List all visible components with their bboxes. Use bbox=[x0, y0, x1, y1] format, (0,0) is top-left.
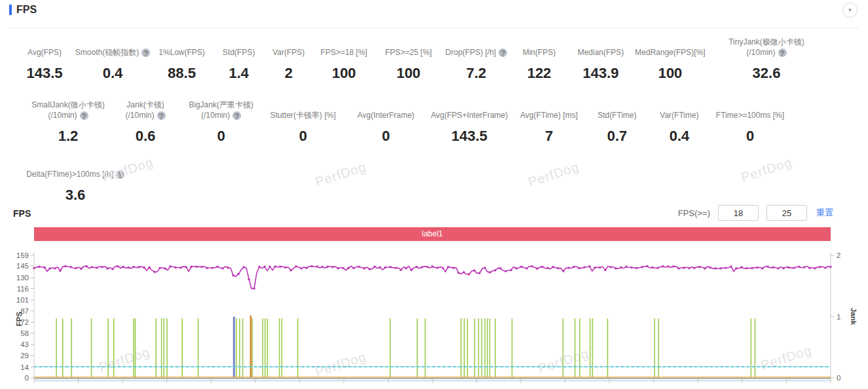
metric-value: 2 bbox=[284, 65, 292, 82]
section-header: FPS bbox=[9, 4, 37, 16]
metric-label: Avg(InterFrame) bbox=[357, 97, 414, 120]
metric-label: Avg(FPS) bbox=[28, 34, 62, 58]
metric-label: TinyJank(极微小卡顿)(/10min)? bbox=[728, 34, 804, 58]
metric-label: Var(FPS) bbox=[273, 34, 305, 58]
metric-cell: FTime>=100ms [%] 0 bbox=[711, 97, 789, 145]
metric-value: 7.2 bbox=[466, 65, 487, 82]
svg-text:29: 29 bbox=[20, 352, 29, 360]
metric-label: Delta(FTime)>100ms [/h]? bbox=[26, 156, 124, 179]
fps-chart: 0142943587287101116130145159012FPSJank bbox=[0, 246, 868, 389]
metric-value: 100 bbox=[658, 65, 683, 82]
help-icon[interactable]: ? bbox=[778, 48, 787, 57]
fps-threshold-input-1[interactable] bbox=[718, 205, 759, 221]
watermark: PerfDog bbox=[739, 155, 794, 185]
chevron-down-icon: ▾ bbox=[848, 7, 852, 13]
metric-label: FPS>=18 [%] bbox=[320, 34, 367, 58]
metric-value: 0 bbox=[217, 128, 225, 145]
metric-cell: BigJank(严重卡顿)(/10min)? 0 bbox=[181, 97, 261, 145]
metric-value: 1.2 bbox=[58, 128, 79, 145]
chart-label-banner: label1 bbox=[34, 227, 831, 241]
metric-label: FTime>=100ms [%] bbox=[716, 97, 784, 120]
help-icon[interactable]: ? bbox=[233, 111, 241, 120]
metric-label: Avg(FTime) [ms] bbox=[520, 97, 578, 120]
metric-label: Std(FTime) bbox=[597, 97, 637, 120]
svg-text:0: 0 bbox=[837, 374, 840, 382]
metric-label: Std(FPS) bbox=[223, 34, 255, 58]
metric-label: Median(FPS) bbox=[578, 34, 624, 58]
metric-cell: Avg(InterFrame) 0 bbox=[345, 97, 427, 145]
metric-cell: Jank(卡顿)(/10min)? 0.6 bbox=[110, 97, 181, 145]
reset-link[interactable]: 重置 bbox=[816, 207, 833, 219]
watermark: PerfDog bbox=[313, 159, 368, 190]
metric-value: 0.4 bbox=[103, 65, 123, 82]
fps-threshold-input-2[interactable] bbox=[766, 205, 807, 221]
metric-label: SmallJank(微小卡顿)(/10min)? bbox=[31, 97, 104, 120]
help-icon[interactable]: ? bbox=[116, 170, 124, 179]
metric-label: Min(FPS) bbox=[523, 34, 556, 58]
metric-cell: Drop(FPS) [/h]? 7.2 bbox=[443, 34, 510, 82]
svg-text:159: 159 bbox=[16, 251, 29, 259]
help-icon[interactable]: ? bbox=[80, 111, 88, 120]
svg-text:0: 0 bbox=[25, 374, 29, 382]
metrics-row-3: Delta(FTime)>100ms [/h]? 3.6 bbox=[13, 156, 138, 204]
metric-cell: FPS>=18 [%] 100 bbox=[314, 34, 374, 82]
svg-text:14: 14 bbox=[20, 363, 29, 371]
metric-value: 143.9 bbox=[582, 65, 618, 82]
metric-value: 100 bbox=[396, 65, 421, 82]
metric-value: 122 bbox=[527, 65, 552, 82]
metric-cell: Avg(FPS) 143.5 bbox=[13, 34, 76, 82]
metric-cell: Avg(FTime) [ms] 7 bbox=[512, 97, 586, 145]
metric-cell: 1%Low(FPS) 88.5 bbox=[149, 34, 214, 82]
metric-label: Smooth(稳帧指数)? bbox=[75, 34, 150, 58]
fps-filter-controls: FPS(>=) 重置 bbox=[678, 205, 833, 221]
metric-label: Stutter(卡顿率) [%] bbox=[270, 97, 335, 120]
metric-value: 7 bbox=[545, 128, 553, 145]
header-divider bbox=[9, 28, 859, 28]
metric-value: 143.5 bbox=[26, 65, 62, 82]
metric-label: Avg(FPS+InterFrame) bbox=[431, 97, 508, 120]
metric-label: FPS>=25 [%] bbox=[385, 34, 432, 58]
metric-cell: Delta(FTime)>100ms [/h]? 3.6 bbox=[13, 156, 138, 204]
page-title: FPS bbox=[16, 4, 37, 16]
svg-text:1: 1 bbox=[837, 313, 840, 321]
metric-value: 143.5 bbox=[451, 128, 487, 145]
metric-value: 88.5 bbox=[168, 65, 196, 82]
metric-value: 0 bbox=[382, 128, 390, 145]
help-icon[interactable]: ? bbox=[499, 48, 507, 57]
metric-cell: Avg(FPS+InterFrame) 143.5 bbox=[427, 97, 512, 145]
metric-cell: Var(FTime) 0.4 bbox=[648, 97, 711, 145]
metric-label: BigJank(严重卡顿)(/10min)? bbox=[189, 97, 254, 120]
metric-cell: Stutter(卡顿率) [%] 0 bbox=[261, 97, 345, 145]
metric-value: 100 bbox=[332, 65, 356, 82]
svg-text:2: 2 bbox=[837, 251, 840, 259]
svg-text:58: 58 bbox=[20, 329, 29, 337]
metric-cell: MedRange(FPS)[%] 100 bbox=[633, 34, 708, 82]
metric-cell: Min(FPS) 122 bbox=[510, 34, 569, 82]
svg-text:FPS: FPS bbox=[15, 311, 23, 326]
chart-title: FPS bbox=[13, 208, 31, 219]
metric-cell: FPS>=25 [%] 100 bbox=[374, 34, 443, 82]
svg-text:43: 43 bbox=[20, 341, 29, 348]
metric-value: 1.4 bbox=[229, 65, 249, 82]
metric-value: 0.4 bbox=[670, 128, 690, 145]
metric-value: 3.6 bbox=[66, 187, 86, 204]
metric-value: 0.6 bbox=[136, 128, 156, 145]
metric-label: Var(FTime) bbox=[660, 97, 698, 120]
metric-cell: Std(FPS) 1.4 bbox=[214, 34, 263, 82]
metrics-row-1: Avg(FPS) 143.5 Smooth(稳帧指数)? 0.4 1%Low(F… bbox=[13, 34, 825, 82]
metric-label: MedRange(FPS)[%] bbox=[635, 34, 705, 58]
help-icon[interactable]: ? bbox=[157, 111, 166, 120]
collapse-button[interactable]: ▾ bbox=[842, 3, 858, 18]
metric-cell: TinyJank(极微小卡顿)(/10min)? 32.6 bbox=[708, 34, 825, 82]
svg-text:145: 145 bbox=[16, 262, 29, 270]
fps-filter-label: FPS(>=) bbox=[678, 208, 710, 218]
metric-cell: Var(FPS) 2 bbox=[263, 34, 314, 82]
svg-text:101: 101 bbox=[16, 296, 29, 304]
metric-cell: Std(FTime) 0.7 bbox=[586, 97, 648, 145]
metric-label: 1%Low(FPS) bbox=[159, 34, 205, 58]
metric-cell: Median(FPS) 143.9 bbox=[569, 34, 633, 82]
watermark: PerfDog bbox=[526, 159, 581, 190]
metrics-row-2: SmallJank(微小卡顿)(/10min)? 1.2 Jank(卡顿)(/1… bbox=[26, 97, 789, 145]
accent-bar bbox=[9, 5, 12, 15]
svg-text:Jank: Jank bbox=[850, 308, 858, 325]
